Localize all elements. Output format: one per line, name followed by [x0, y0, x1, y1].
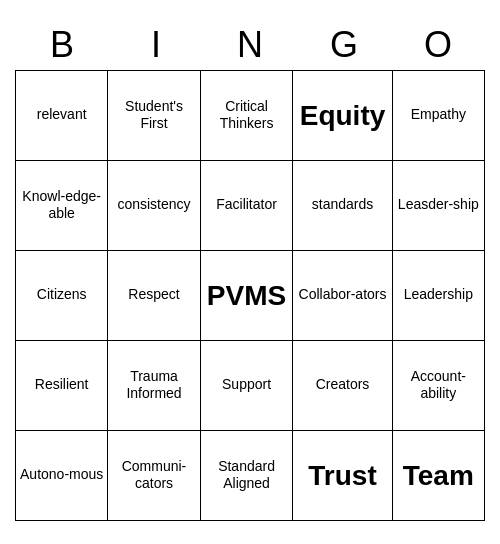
bingo-letter-i: I [112, 24, 200, 66]
cell-0-1: Student's First [108, 70, 200, 160]
grid-row-0: relevantStudent's FirstCritical Thinkers… [16, 70, 485, 160]
cell-3-1: Trauma Informed [108, 340, 200, 430]
cell-0-4: Empathy [392, 70, 484, 160]
cell-2-2: PVMS [200, 250, 293, 340]
bingo-card: BINGO relevantStudent's FirstCritical Th… [15, 24, 485, 521]
bingo-letter-b: B [18, 24, 106, 66]
grid-row-3: ResilientTrauma InformedSupportCreatorsA… [16, 340, 485, 430]
cell-4-4: Team [392, 430, 484, 520]
cell-4-0: Autono-mous [16, 430, 108, 520]
cell-1-2: Facilitator [200, 160, 293, 250]
bingo-letter-o: O [394, 24, 482, 66]
cell-2-4: Leadership [392, 250, 484, 340]
cell-4-1: Communi-cators [108, 430, 200, 520]
cell-0-0: relevant [16, 70, 108, 160]
cell-0-2: Critical Thinkers [200, 70, 293, 160]
bingo-letter-n: N [206, 24, 294, 66]
bingo-header: BINGO [15, 24, 485, 66]
cell-2-0: Citizens [16, 250, 108, 340]
cell-1-4: Leasder-ship [392, 160, 484, 250]
cell-3-2: Support [200, 340, 293, 430]
bingo-letter-g: G [300, 24, 388, 66]
cell-3-3: Creators [293, 340, 392, 430]
cell-4-2: Standard Aligned [200, 430, 293, 520]
grid-row-1: Knowl-edge-ableconsistencyFacilitatorsta… [16, 160, 485, 250]
cell-1-1: consistency [108, 160, 200, 250]
cell-1-3: standards [293, 160, 392, 250]
cell-3-4: Account-ability [392, 340, 484, 430]
cell-2-1: Respect [108, 250, 200, 340]
grid-row-2: CitizensRespectPVMSCollabor-atorsLeaders… [16, 250, 485, 340]
bingo-grid: relevantStudent's FirstCritical Thinkers… [15, 70, 485, 521]
cell-2-3: Collabor-ators [293, 250, 392, 340]
grid-row-4: Autono-mousCommuni-catorsStandard Aligne… [16, 430, 485, 520]
cell-0-3: Equity [293, 70, 392, 160]
cell-3-0: Resilient [16, 340, 108, 430]
cell-1-0: Knowl-edge-able [16, 160, 108, 250]
cell-4-3: Trust [293, 430, 392, 520]
